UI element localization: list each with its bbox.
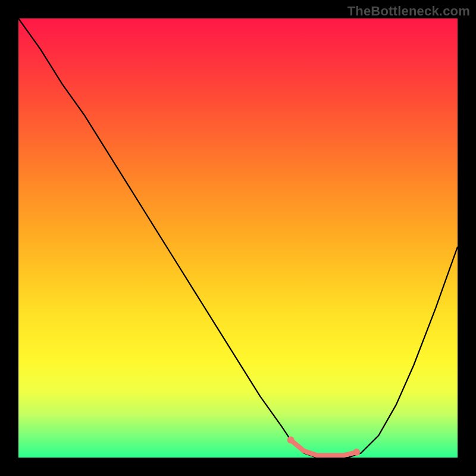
marker-dot: [287, 437, 295, 444]
optimal-range-stroke: [291, 440, 357, 456]
plot-area: [18, 18, 458, 458]
chart-frame: TheBottleneck.com: [0, 0, 476, 476]
optimal-range-markers: [18, 18, 458, 458]
marker-dot: [353, 449, 360, 456]
watermark-text: TheBottleneck.com: [347, 4, 470, 19]
